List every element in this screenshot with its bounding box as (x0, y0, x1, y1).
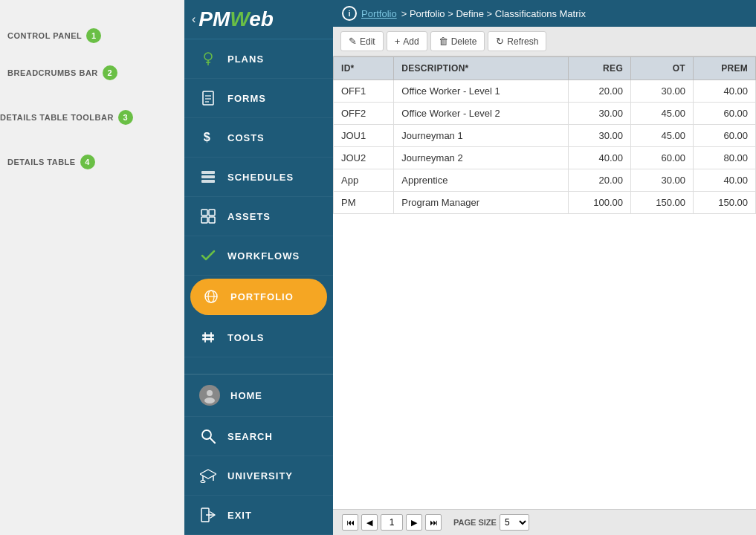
university-label: UNIVERSITY (227, 470, 293, 482)
refresh-button[interactable]: ↻ Refresh (488, 31, 546, 51)
table-row[interactable]: OFF2 Office Worker - Level 2 30.00 45.00… (334, 103, 756, 125)
sidebar-item-costs[interactable]: $ COSTS (184, 118, 333, 158)
costs-icon: $ (199, 129, 217, 146)
workflows-icon (199, 247, 217, 265)
cell-description: Office Worker - Level 2 (394, 103, 569, 125)
table-row[interactable]: JOU1 Journeyman 1 30.00 45.00 60.00 (334, 125, 756, 147)
cell-id: OFF1 (334, 80, 394, 103)
refresh-label: Refresh (507, 36, 538, 47)
add-button[interactable]: + Add (387, 31, 427, 51)
cell-reg: 100.00 (569, 192, 631, 214)
details-table: ID* DESCRIPTION* REG OT PREM OFF1 Office… (333, 56, 756, 214)
svg-line-25 (210, 438, 215, 443)
table-header-row: ID* DESCRIPTION* REG OT PREM (334, 57, 756, 80)
sidebar-item-forms[interactable]: FORMS (184, 79, 333, 118)
badge-3: 3 (118, 110, 133, 125)
svg-rect-13 (201, 217, 207, 223)
sidebar-item-portfolio[interactable]: PORTFOLIO (190, 279, 327, 315)
cell-prem: 60.00 (693, 125, 755, 147)
table-row[interactable]: App Apprentice 20.00 30.00 40.00 (334, 169, 756, 192)
portfolio-label: PORTFOLIO (230, 291, 294, 302)
breadcrumb-bar: i Portfolio > Portfolio > Define > Class… (333, 0, 756, 27)
home-avatar (199, 385, 220, 406)
delete-button[interactable]: 🗑 Delete (430, 31, 485, 51)
table-body: OFF1 Office Worker - Level 1 20.00 30.00… (334, 80, 756, 214)
first-page-button[interactable]: ⏮ (342, 514, 358, 531)
cell-ot: 150.00 (631, 192, 694, 214)
logo-eb: eb (249, 7, 274, 30)
svg-rect-20 (204, 332, 206, 343)
sidebar-item-exit[interactable]: EXIT (184, 496, 333, 535)
annotations-panel: CONTROL PANEL 1 BREADCRUMBS BAR 2 DETAIL… (0, 0, 184, 535)
tools-label: TOOLS (227, 332, 265, 343)
workflows-label: WORKFLOWS (227, 250, 300, 262)
sidebar-item-home[interactable]: HOME (184, 374, 333, 417)
annotation-table: DETAILS TABLE 4 (7, 155, 95, 169)
svg-point-23 (204, 398, 215, 403)
edit-button[interactable]: ✎ Edit (340, 31, 384, 51)
svg-rect-14 (209, 217, 215, 223)
cell-reg: 30.00 (569, 125, 631, 147)
sidebar-item-tools[interactable]: TOOLS (184, 318, 333, 357)
sidebar-item-plans[interactable]: PLANS (184, 39, 333, 79)
exit-label: EXIT (227, 510, 252, 521)
cell-id: JOU1 (334, 125, 394, 147)
pagination-bar: ⏮ ◀ ▶ ⏭ PAGE SIZE 5 10 25 50 (333, 509, 756, 535)
sidebar-item-workflows[interactable]: WORKFLOWS (184, 236, 333, 276)
forms-icon (199, 89, 217, 107)
table-header: ID* DESCRIPTION* REG OT PREM (334, 57, 756, 80)
sidebar-item-schedules[interactable]: SCHEDULES (184, 158, 333, 197)
cell-ot: 45.00 (631, 125, 694, 147)
toolbar: ✎ Edit + Add 🗑 Delete ↻ Refresh (333, 27, 756, 56)
cell-description: Apprentice (394, 169, 569, 192)
forms-label: FORMS (227, 93, 266, 104)
last-page-button[interactable]: ⏭ (425, 514, 442, 531)
page-size-label: PAGE SIZE (453, 518, 497, 527)
plans-label: PLANS (227, 54, 264, 65)
col-ot: OT (631, 57, 694, 80)
breadcrumb-path: > Portfolio > Define > Classifications M… (401, 8, 586, 19)
breadcrumb-info-icon[interactable]: i (342, 6, 357, 21)
home-label: HOME (230, 390, 262, 401)
cell-reg: 20.00 (569, 169, 631, 192)
svg-rect-3 (203, 91, 213, 105)
table-row[interactable]: JOU2 Journeyman 2 40.00 60.00 80.00 (334, 147, 756, 169)
add-icon: + (395, 36, 401, 47)
delete-label: Delete (451, 36, 477, 47)
cell-id: OFF2 (334, 103, 394, 125)
edit-label: Edit (360, 36, 375, 47)
current-page-input[interactable] (381, 514, 403, 531)
breadcrumb-portfolio-link[interactable]: Portfolio (361, 8, 397, 19)
cell-ot: 60.00 (631, 147, 694, 169)
logo-web: W (230, 7, 249, 30)
cell-reg: 20.00 (569, 80, 631, 103)
page-size-select[interactable]: 5 10 25 50 (500, 514, 529, 531)
annotation-label-2: BREADCRUMBS BAR (7, 68, 98, 77)
assets-label: ASSETS (227, 211, 271, 222)
next-page-button[interactable]: ▶ (406, 514, 422, 531)
cell-prem: 40.00 (693, 169, 755, 192)
svg-rect-21 (210, 332, 212, 343)
refresh-icon: ↻ (496, 36, 504, 47)
col-description: DESCRIPTION* (394, 57, 569, 80)
svg-rect-8 (201, 171, 215, 174)
edit-icon: ✎ (349, 36, 357, 47)
tools-icon (199, 328, 217, 346)
sidebar-item-search[interactable]: SEARCH (184, 417, 333, 456)
cell-ot: 30.00 (631, 169, 694, 192)
search-icon (199, 427, 217, 445)
delete-icon: 🗑 (439, 36, 448, 47)
sidebar-item-university[interactable]: UNIVERSITY (184, 456, 333, 496)
sidebar-logo: ‹ PMWeb (184, 0, 333, 39)
prev-page-button[interactable]: ◀ (361, 514, 378, 531)
cell-prem: 40.00 (693, 80, 755, 103)
logo-pm: PM (198, 7, 230, 30)
table-row[interactable]: OFF1 Office Worker - Level 1 20.00 30.00… (334, 80, 756, 103)
cell-ot: 30.00 (631, 80, 694, 103)
table-row[interactable]: PM Program Manager 100.00 150.00 150.00 (334, 192, 756, 214)
badge-2: 2 (103, 65, 117, 80)
sidebar-item-assets[interactable]: ASSETS (184, 197, 333, 236)
badge-1: 1 (86, 28, 101, 43)
annotation-breadcrumbs: BREADCRUMBS BAR 2 (7, 65, 117, 80)
col-prem: PREM (693, 57, 755, 80)
